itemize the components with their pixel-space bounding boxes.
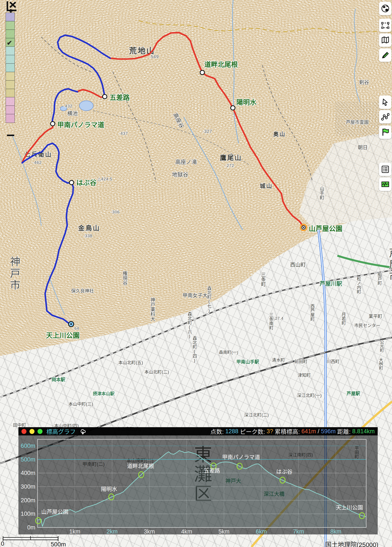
toolbar-button-select-area[interactable] <box>379 19 391 32</box>
toolbar-button-cursor[interactable] <box>379 96 391 109</box>
scale-bar-zero: 0 <box>1 540 4 547</box>
toolbar-button-flag[interactable] <box>379 125 391 139</box>
cloud-download-icon[interactable] <box>79 428 86 435</box>
legend-cell-4[interactable] <box>6 47 15 55</box>
chart-waypoint-label: 天上川公園 <box>336 505 363 511</box>
chart-waypoint-label: はぶ谷 <box>276 469 292 475</box>
waypoint-label: 五差路 <box>109 92 130 102</box>
track-red-segment <box>22 125 53 163</box>
close-light-button[interactable] <box>21 429 27 434</box>
toolbar-button-list[interactable] <box>379 163 391 176</box>
toolbar-button-pencil[interactable] <box>379 48 391 62</box>
stat-segment: 1288 <box>225 428 238 435</box>
y-axis-label: 300m <box>20 483 35 490</box>
track-statistics: 点数: 1288 ピーク数: 3? 累積標高: 641m / 596m 距離: … <box>210 427 375 435</box>
panel-title: 標高グラフ <box>47 427 76 436</box>
x-axis-label: 7km <box>293 528 304 534</box>
waypoint-label: 甲南パノラマ道 <box>57 119 104 129</box>
waypoint-label: 道畔北尾根 <box>204 59 238 69</box>
stat-segment: 596m <box>321 428 336 435</box>
pencil-icon <box>381 51 389 59</box>
waypoint-label: 天上川公園 <box>46 330 80 340</box>
waypoint-marker[interactable] <box>51 122 55 126</box>
cursor-icon <box>381 98 389 106</box>
legend-cell-5[interactable] <box>6 55 15 64</box>
map-application: { "panel": { "title": "標高グラフ", "stats": … <box>0 0 392 547</box>
elevation-graph-panel: 標高グラフ 点数: 1288 ピーク数: 3? 累積標高: 641m / 596… <box>18 427 378 534</box>
y-axis-label: 400m <box>20 470 35 476</box>
chart-waypoint-label: 山芦屋公園 <box>41 509 68 515</box>
elevation-area <box>38 451 366 527</box>
legend-cell-9[interactable] <box>6 89 15 98</box>
x-axis-label: 1km <box>69 528 80 534</box>
y-axis-label: 600m <box>20 443 35 449</box>
legend-cell-2[interactable] <box>6 29 15 38</box>
legend-collapse-button[interactable] <box>7 135 14 136</box>
legend-cell-12[interactable] <box>6 114 15 123</box>
stat-segment: 累積標高: <box>273 427 302 436</box>
track-blue-segment <box>22 143 73 324</box>
x-axis-label: 4km <box>181 528 192 534</box>
waypoint-marker[interactable] <box>103 95 107 99</box>
route-points-icon <box>381 113 389 121</box>
legend-cell-8[interactable] <box>6 80 15 89</box>
chart-waypoint-label: 甲南パノラマ道 <box>222 454 260 460</box>
zoom-light-button[interactable] <box>38 429 42 434</box>
y-axis-label: 100m <box>20 511 35 517</box>
track-end-marker-dot <box>70 323 72 325</box>
legend-cell-1[interactable] <box>6 21 15 30</box>
legend-cell-0[interactable] <box>6 13 15 21</box>
x-axis-label: 8km <box>330 528 341 534</box>
waypoint-label: 山芦屋公園 <box>309 223 342 233</box>
x-axis-label: 2km <box>106 528 118 534</box>
y-axis-label: 0m <box>27 524 35 531</box>
chart-waypoint-label: 五差路 <box>204 468 220 474</box>
toolbar-button-globe[interactable] <box>379 2 391 15</box>
toolbar-button-route-points[interactable] <box>379 110 391 123</box>
stat-segment: / <box>316 428 321 435</box>
stat-segment: 距離: <box>336 427 352 436</box>
x-axis-label: 5km <box>218 528 229 534</box>
y-axis-label: 200m <box>20 497 35 504</box>
elevation-chart[interactable]: 0m100m200m300m400m500m600m1km2km3km4km5k… <box>18 435 378 534</box>
legend-cell-11[interactable] <box>6 105 15 114</box>
toolbar-button-map[interactable] <box>379 34 391 47</box>
stat-segment: 8.814km <box>352 428 375 435</box>
chart-waypoint-label: 道畔北尾根 <box>127 463 154 469</box>
scale-bar-label: 500m <box>51 541 66 547</box>
globe-icon <box>381 4 389 13</box>
stat-segment: 3? <box>267 428 273 435</box>
chart-waypoint-label: 陽明水 <box>101 486 117 492</box>
stat-segment: 点数: <box>210 427 225 436</box>
waypoint-marker[interactable] <box>200 70 205 75</box>
legend-cell-7[interactable] <box>6 72 15 81</box>
legend-cell-10[interactable] <box>6 97 15 106</box>
check-icon: ✔ <box>7 39 12 47</box>
map-icon <box>381 36 389 44</box>
x-axis-label: 6km <box>256 528 267 534</box>
waypoint-label: はぶ谷 <box>76 177 96 187</box>
list-icon <box>381 165 389 173</box>
waypoint-marker[interactable] <box>231 106 235 110</box>
flag-icon <box>381 128 389 136</box>
elevation-graph-icon <box>381 180 389 188</box>
waypoint-marker[interactable] <box>69 180 74 185</box>
track-start-marker-dot <box>303 227 304 228</box>
stat-segment: ピーク数: <box>238 427 267 436</box>
waypoint-label: 陽明水 <box>236 97 257 107</box>
track-red-segment <box>77 90 105 97</box>
stat-segment: 641m <box>301 428 316 435</box>
x-axis-label: 3km <box>144 528 155 534</box>
terrain-profile-icon[interactable] <box>4 1 20 13</box>
map-attribution: 国土地理院(25000) <box>325 540 378 547</box>
legend-cell-3[interactable]: ✔ <box>6 38 15 47</box>
track-blue-segment <box>58 35 110 96</box>
select-area-icon <box>381 21 389 29</box>
toolbar-button-elevation-graph[interactable] <box>379 178 391 191</box>
legend-cell-6[interactable] <box>6 63 15 72</box>
minimize-light-button[interactable] <box>29 429 34 434</box>
elevation-graph-header: 標高グラフ 点数: 1288 ピーク数: 3? 累積標高: 641m / 596… <box>18 427 378 435</box>
y-axis-label: 500m <box>20 456 35 463</box>
